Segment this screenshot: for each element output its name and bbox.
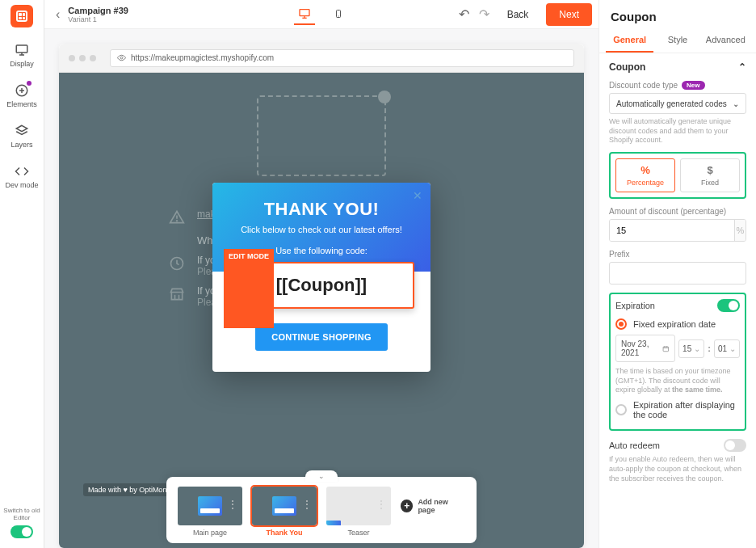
sidebar-item-label: Elements [6,100,37,108]
expiration-label: Expiration [615,301,655,310]
undo-button[interactable]: ↶ [459,6,469,22]
tab-advanced[interactable]: Advanced [702,28,750,53]
back-chevron-icon[interactable]: ‹ [51,7,65,22]
sidebar-item-layers[interactable]: Layers [10,123,32,149]
chevron-up-icon: ⌃ [738,61,746,73]
svg-point-14 [177,221,178,221]
sidebar-item-display[interactable]: Display [10,42,34,68]
page-thumb-teaser[interactable]: ⋮ Teaser [326,487,391,537]
auto-redeem-help: If you enable Auto redeem, then we will … [609,455,746,483]
display-icon [14,42,30,58]
prefix-input[interactable] [609,262,746,285]
sidebar-item-label: Layers [10,141,32,149]
campaign-title: Campaign #39 [68,6,128,15]
page-thumb-main[interactable]: ⋮ Main page [178,487,242,537]
chevron-down-icon: ⌄ [694,344,700,353]
radio-icon [615,404,627,415]
page-thumbnails: ⌄ ⋮ Main page ⋮ Thank You ⋮ Teaser +Add … [166,477,477,543]
svg-rect-0 [16,45,27,53]
more-icon[interactable]: ⋮ [376,503,386,507]
discount-type-select[interactable]: Automatically generated codes ⌄ [609,93,746,114]
app-logo[interactable] [10,5,33,27]
window-dot [79,55,86,61]
coupon-text: [[Coupon]] [276,275,367,295]
auto-redeem-label: Auto redeem [609,441,660,450]
page-thumb-thankyou[interactable]: ⋮ Thank You [252,487,317,537]
svg-point-12 [120,57,123,59]
warning-icon [168,209,186,226]
variant-label: Variant 1 [68,15,128,23]
percent-unit-icon: % [734,220,746,241]
window-dot [69,55,75,61]
date-picker[interactable]: Nov 23, 2021 [615,335,675,362]
popup-title[interactable]: THANK YOU! [225,199,418,220]
chevron-down-icon: ⌄ [733,99,739,108]
store-icon [168,285,186,303]
discount-type-percentage[interactable]: % Percentage [615,158,675,192]
desktop-tab[interactable] [294,4,315,25]
url-text: https://makeupmagictest.myshopify.com [131,53,274,62]
dollar-icon: $ [707,164,712,176]
after-display-radio[interactable]: Expiration after displaying the code [615,400,740,419]
minute-select[interactable]: 01⌄ [714,339,740,358]
fixed-date-radio[interactable]: Fixed expiration date [615,318,740,330]
sidebar-item-label: Dev mode [5,181,38,189]
redo-button[interactable]: ↷ [479,6,489,22]
discount-type-fixed[interactable]: $ Fixed [680,158,740,192]
tab-general[interactable]: General [606,28,653,53]
thumbs-collapse-icon[interactable]: ⌄ [305,470,338,482]
chevron-down-icon: ⌄ [729,344,736,353]
percent-icon: % [640,164,650,176]
more-icon[interactable]: ⋮ [302,503,312,507]
radio-icon [615,318,627,330]
calendar-icon [662,344,670,353]
made-with-badge: Made with ♥ by OptiMonk [83,483,175,496]
svg-rect-7 [300,10,309,16]
coupon-element[interactable]: EDIT MODE [[Coupon]] [229,262,414,309]
layers-icon [14,123,30,139]
url-bar[interactable]: https://makeupmagictest.myshopify.com [110,49,574,67]
new-badge: New [682,81,704,90]
auto-redeem-toggle[interactable] [724,439,746,452]
popup-subtitle[interactable]: Click below to check out our latest offe… [225,225,418,234]
amount-label: Amount of discount (percentage) [609,207,746,216]
eye-icon [117,53,126,62]
prefix-label: Prefix [609,250,746,259]
back-button[interactable]: Back [498,4,539,25]
plus-icon: + [401,500,413,512]
sidebar-item-elements[interactable]: Elements [6,82,37,108]
coupon-section-header[interactable]: Coupon ⌃ [609,61,746,73]
tab-style[interactable]: Style [653,28,701,53]
continue-shopping-button[interactable]: CONTINUE SHOPPING [255,323,388,351]
switch-editor-toggle[interactable] [10,525,33,538]
next-button[interactable]: Next [546,3,592,26]
more-icon[interactable]: ⋮ [228,503,237,507]
sidebar-item-devmode[interactable]: Dev mode [5,163,38,189]
timezone-help: The time is based on your timezone (GMT+… [615,367,740,395]
svg-rect-18 [664,347,669,352]
hour-select[interactable]: 15⌄ [678,339,704,358]
sidebar-item-label: Display [10,60,34,68]
expiration-toggle[interactable] [717,299,740,312]
switch-editor-label: Switch to old Editor [0,507,44,522]
popup-modal: ✕ THANK YOU! Click below to check out ou… [212,183,430,372]
window-dot [90,55,96,61]
add-page-button[interactable]: +Add new page [401,487,465,537]
svg-marker-6 [16,125,27,132]
panel-title: Coupon [599,0,756,28]
plus-circle-icon [14,82,30,99]
placeholder-graphic [257,95,386,176]
close-icon[interactable]: ✕ [413,189,422,202]
mobile-tab[interactable] [328,4,349,25]
code-icon [14,163,30,179]
clock-icon [168,255,186,272]
discount-type-help: We will automatically generate unique di… [609,117,746,145]
edit-mode-tag: EDIT MODE [224,249,274,328]
discount-type-label: Discount code type [609,81,678,90]
discount-amount-input[interactable] [610,220,734,241]
